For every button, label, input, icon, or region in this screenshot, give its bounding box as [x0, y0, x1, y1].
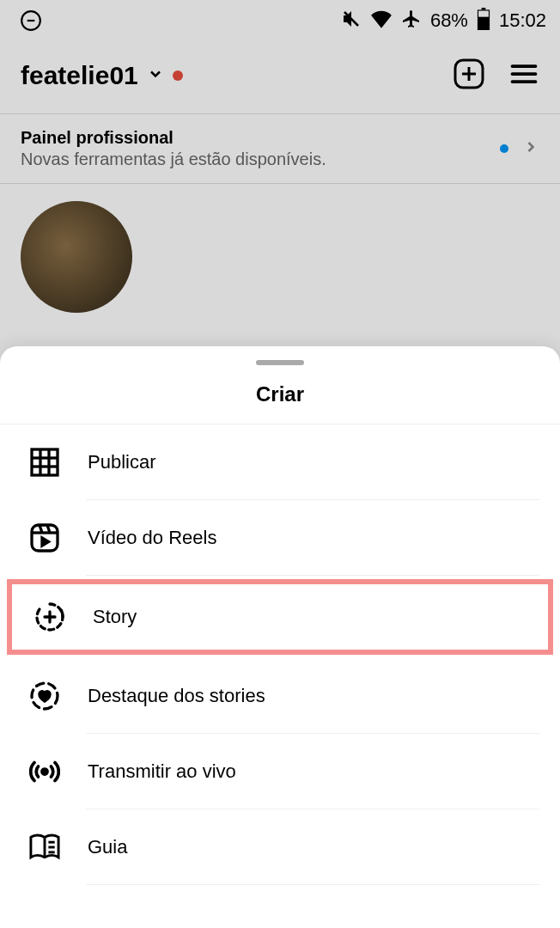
create-item-post[interactable]: Publicar: [0, 424, 560, 500]
create-button[interactable]: [452, 57, 486, 95]
professional-panel[interactable]: Painel profissional Novas ferramentas já…: [0, 113, 560, 184]
dnd-icon: [14, 3, 48, 38]
create-item-story-highlight[interactable]: Destaque dos stories: [0, 658, 560, 734]
airplane-icon: [401, 9, 422, 33]
create-item-label: Story: [93, 606, 137, 628]
notification-dot: [173, 70, 183, 81]
create-item-label: Transmitir ao vivo: [88, 760, 236, 783]
sheet-title: Criar: [0, 382, 560, 424]
chevron-down-icon: [147, 65, 164, 86]
profile-header: featelie01: [0, 41, 560, 113]
pro-panel-title: Painel profissional: [21, 128, 326, 148]
menu-button[interactable]: [508, 58, 539, 93]
pro-panel-subtitle: Novas ferramentas já estão disponíveis.: [21, 150, 326, 169]
create-item-story[interactable]: Story: [7, 579, 553, 655]
battery-icon: [477, 8, 490, 34]
sheet-drag-handle[interactable]: [256, 360, 304, 365]
create-item-guide[interactable]: Guia: [0, 809, 560, 885]
status-bar: 68% 15:02: [0, 0, 560, 41]
reels-icon: [27, 521, 62, 555]
wifi-icon: [370, 9, 393, 32]
live-broadcast-icon: [27, 754, 62, 789]
new-indicator-dot: [500, 144, 508, 153]
story-plus-icon: [33, 600, 67, 634]
mute-icon: [341, 9, 362, 33]
svg-rect-12: [32, 449, 58, 475]
clock-time: 15:02: [499, 9, 546, 32]
create-item-reels[interactable]: Vídeo do Reels: [0, 500, 560, 576]
grid-icon: [27, 445, 62, 479]
create-item-label: Publicar: [88, 451, 155, 473]
username-dropdown[interactable]: featelie01: [21, 61, 183, 90]
guide-book-icon: [27, 830, 62, 864]
create-item-label: Vídeo do Reels: [88, 527, 216, 549]
profile-avatar[interactable]: [21, 201, 132, 313]
svg-rect-3: [482, 8, 486, 9]
create-sheet: Criar Publicar: [0, 346, 560, 928]
battery-percent: 68%: [430, 9, 468, 32]
chevron-right-icon: [522, 138, 539, 159]
create-item-live[interactable]: Transmitir ao vivo: [0, 734, 560, 809]
highlight-heart-icon: [27, 679, 62, 713]
svg-marker-21: [42, 538, 49, 546]
svg-rect-5: [478, 11, 489, 17]
svg-point-25: [42, 769, 47, 774]
create-item-label: Destaque dos stories: [88, 685, 265, 707]
create-item-label: Guia: [88, 836, 127, 858]
username-text: featelie01: [21, 61, 138, 90]
